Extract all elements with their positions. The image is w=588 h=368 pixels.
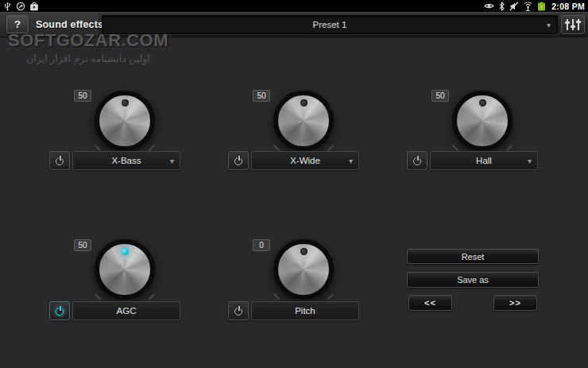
effect-name: X-Wide: [290, 156, 320, 165]
knob-indicator: [122, 99, 129, 107]
help-button[interactable]: ?: [6, 15, 29, 33]
knob-tick: [452, 145, 458, 151]
effect-name: Pitch: [295, 306, 315, 316]
chevron-down-icon: ▾: [528, 157, 532, 165]
knob-xbass[interactable]: [91, 87, 158, 154]
knob-face: [273, 239, 334, 300]
usb-icon: [3, 2, 12, 11]
data-sync-icon: [16, 2, 25, 11]
next-preset-button[interactable]: >>: [493, 295, 537, 311]
effect-selector-xwide[interactable]: X-Wide ▾: [251, 151, 359, 170]
status-right-cluster: 2:08 PM: [484, 2, 585, 11]
power-button-agc[interactable]: [49, 301, 70, 320]
chevron-down-icon: ▾: [170, 157, 174, 165]
knob-agc[interactable]: [91, 236, 158, 303]
knob-tick: [506, 145, 513, 151]
power-icon: [412, 156, 422, 165]
equalizer-button[interactable]: [561, 15, 585, 34]
app-bar: ? Sound effects Preset 1 ▾: [0, 12, 588, 37]
preset-dropdown[interactable]: Preset 1 ▾: [102, 15, 558, 34]
equalizer-icon: [565, 19, 582, 30]
battery-charging-icon: [537, 2, 546, 11]
power-button-pitch[interactable]: [228, 301, 249, 320]
play-store-icon: [29, 2, 39, 11]
power-icon: [55, 306, 64, 316]
knob-tick: [149, 145, 155, 151]
effect-controls: AGC: [49, 301, 180, 320]
smart-stay-eye-icon: [484, 2, 494, 11]
chevron-down-icon: ▾: [547, 21, 551, 29]
effect-controls: X-Wide ▾: [228, 151, 359, 170]
status-left-icons: [3, 2, 39, 11]
effect-name: AGC: [117, 306, 137, 316]
preset-label: Preset 1: [313, 20, 347, 29]
knob-hall[interactable]: [449, 87, 516, 154]
effect-name: Hall: [476, 156, 492, 165]
knob-tick: [95, 293, 101, 300]
knob-tick: [149, 293, 155, 300]
save-as-button[interactable]: Save as: [407, 272, 539, 288]
effect-name: X-Bass: [111, 156, 141, 165]
effect-group-xwide: 50 X-Wide ▾: [228, 87, 359, 176]
effect-controls: Pitch: [228, 301, 359, 320]
effect-selector-xbass[interactable]: X-Bass ▾: [72, 151, 180, 170]
reset-button[interactable]: Reset: [407, 249, 539, 264]
power-button-xbass[interactable]: [49, 151, 70, 170]
knob-value-badge: 0: [253, 239, 270, 251]
effect-selector-hall[interactable]: Hall ▾: [430, 151, 538, 170]
knob-pitch[interactable]: [270, 236, 337, 303]
knob-xwide[interactable]: [270, 87, 337, 154]
preset-actions: Reset Save as << >>: [407, 249, 539, 311]
knob-tick: [327, 293, 334, 300]
mute-icon: [509, 2, 519, 11]
status-bar: 2:08 PM: [0, 0, 588, 12]
knob-face: [452, 91, 513, 151]
power-icon: [234, 306, 243, 316]
knob-value-badge: 50: [74, 239, 91, 251]
knob-tick: [95, 145, 101, 151]
preset-nav: << >>: [407, 295, 539, 311]
knob-face: [95, 239, 155, 300]
bluetooth-icon: [498, 2, 505, 11]
knob-indicator: [479, 99, 486, 107]
effect-label-agc[interactable]: AGC: [72, 301, 180, 320]
effect-group-agc: 50 AGC: [49, 236, 180, 325]
knob-indicator: [300, 248, 308, 255]
knob-indicator: [300, 99, 308, 107]
knob-value-badge: 50: [431, 90, 449, 102]
power-icon: [234, 156, 243, 165]
knob-tick: [273, 293, 280, 300]
effect-controls: X-Bass ▾: [49, 151, 180, 170]
page-title: Sound effects: [36, 13, 103, 37]
knob-tick: [273, 145, 280, 151]
knob-face: [95, 91, 155, 151]
effect-group-hall: 50 Hall ▾: [407, 87, 538, 176]
watermark-line2: اولین دانشنامه نرم افزار ایران: [3, 52, 173, 64]
sound-effects-screen: 2:08 PM ? Sound effects Preset 1 ▾ SOFTG…: [0, 0, 588, 368]
knob-face: [273, 91, 334, 151]
tethering-signal-icon: [523, 2, 533, 11]
knob-value-badge: 50: [253, 90, 270, 102]
power-button-hall[interactable]: [407, 151, 427, 170]
power-icon: [55, 156, 64, 165]
clock-time: 2:08 PM: [551, 2, 585, 11]
effect-group-xbass: 50 X-Bass ▾: [49, 87, 180, 176]
chevron-down-icon: ▾: [349, 157, 353, 165]
previous-preset-button[interactable]: <<: [408, 295, 452, 311]
effect-group-pitch: 0 Pitch: [228, 236, 359, 325]
effect-controls: Hall ▾: [407, 151, 538, 170]
power-button-xwide[interactable]: [228, 151, 249, 170]
knob-value-badge: 50: [74, 90, 91, 102]
effect-label-pitch[interactable]: Pitch: [251, 301, 359, 320]
knob-tick: [327, 145, 334, 151]
knob-indicator: [122, 248, 129, 255]
